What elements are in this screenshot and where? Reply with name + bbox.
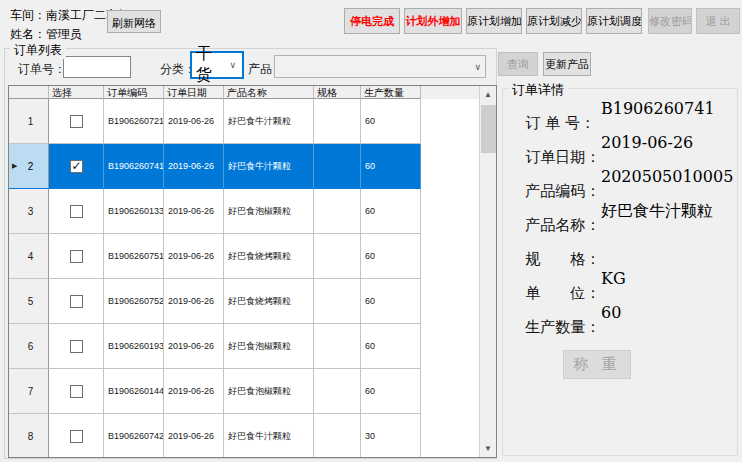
refresh-network-button[interactable]: 刷新网络 bbox=[107, 10, 161, 33]
operator-line: 姓名：管理员 bbox=[10, 26, 82, 43]
weigh-button[interactable]: 称 重 bbox=[563, 350, 631, 379]
row-checkbox[interactable] bbox=[70, 205, 83, 218]
order-no-label: 订单号： bbox=[18, 61, 66, 78]
order-list-group-title: 订单列表 bbox=[10, 42, 66, 59]
planned-increase-button[interactable]: 原计划增加 bbox=[466, 8, 522, 34]
detail-field-label: 订 单 号： bbox=[525, 114, 595, 132]
cell-code: B1906260144 bbox=[104, 369, 164, 414]
cell-date: 2019-06-26 bbox=[164, 144, 224, 189]
order-detail-group-title: 订单详情 bbox=[508, 81, 568, 99]
cell-spec bbox=[314, 369, 361, 414]
change-password-button[interactable]: 修改密码 bbox=[648, 8, 692, 34]
cell-product: 好巴食泡椒颗粒 bbox=[224, 324, 314, 369]
row-number: 5 bbox=[28, 296, 34, 307]
cell-product: 好巴食牛汁颗粒 bbox=[224, 144, 314, 189]
cell-product: 好巴食泡椒颗粒 bbox=[224, 189, 314, 234]
category-select[interactable]: 干货 ∨ bbox=[190, 51, 244, 79]
cell-spec bbox=[314, 324, 361, 369]
query-button[interactable]: 查询 bbox=[498, 52, 538, 76]
cell-code: B1906260751 bbox=[104, 234, 164, 279]
row-checkbox[interactable] bbox=[70, 430, 83, 443]
cell-product: 好巴食牛汁颗粒 bbox=[224, 414, 314, 458]
order-table-header: 选择 订单编码 订单日期 产品名称 规格 生产数量 bbox=[9, 86, 496, 99]
exit-button[interactable]: 退 出 bbox=[696, 8, 740, 34]
table-row[interactable]: ▶ 7 B1906260144 2019-06-26 好巴食泡椒颗粒 60 bbox=[9, 369, 496, 414]
cell-code: B1906260193 bbox=[104, 324, 164, 369]
cell-code: B1906260742 bbox=[104, 414, 164, 458]
chevron-down-icon: ∨ bbox=[474, 62, 485, 72]
cell-product: 好巴食牛汁颗粒 bbox=[224, 99, 314, 144]
table-row[interactable]: ▶ 8 B1906260742 2019-06-26 好巴食牛汁颗粒 30 bbox=[9, 414, 496, 458]
cell-spec bbox=[314, 414, 361, 458]
table-row[interactable]: ▶ 4 B1906260751 2019-06-26 好巴食烧烤颗粒 60 bbox=[9, 234, 496, 279]
detail-field-value: 好巴食牛汁颗粒 bbox=[601, 201, 713, 222]
detail-field-value: 2020505010005 bbox=[601, 167, 733, 186]
detail-field-label: 产品名称： bbox=[525, 216, 600, 234]
detail-field-label: 规 格： bbox=[525, 250, 600, 268]
row-checkbox[interactable] bbox=[70, 160, 83, 173]
row-number: 4 bbox=[28, 251, 34, 262]
cell-qty: 60 bbox=[361, 324, 421, 369]
header-spec[interactable]: 规格 bbox=[314, 86, 361, 99]
planned-decrease-button[interactable]: 原计划减少 bbox=[526, 8, 582, 34]
detail-field-label: 生产数量： bbox=[525, 318, 600, 336]
row-number: 2 bbox=[28, 161, 34, 172]
cell-spec bbox=[314, 234, 361, 279]
planned-schedule-button[interactable]: 原计划调度 bbox=[586, 8, 642, 34]
header-date[interactable]: 订单日期 bbox=[164, 86, 224, 99]
power-outage-complete-button[interactable]: 停电完成 bbox=[344, 8, 400, 34]
order-table-body: ▶ 1 B1906260721 2019-06-26 好巴食牛汁颗粒 60 ▶ … bbox=[9, 99, 496, 458]
table-row[interactable]: ▶ 5 B1906260752 2019-06-26 好巴食烧烤颗粒 60 bbox=[9, 279, 496, 324]
cell-spec bbox=[314, 99, 361, 144]
operator-label: 姓名： bbox=[10, 27, 46, 41]
current-row-arrow-icon: ▶ bbox=[12, 162, 17, 170]
cell-qty: 60 bbox=[361, 189, 421, 234]
row-checkbox[interactable] bbox=[70, 340, 83, 353]
table-row[interactable]: ▶ 1 B1906260721 2019-06-26 好巴食牛汁颗粒 60 bbox=[9, 99, 496, 144]
scrollbar-thumb[interactable] bbox=[481, 105, 496, 153]
cell-date: 2019-06-26 bbox=[164, 414, 224, 458]
cell-date: 2019-06-26 bbox=[164, 324, 224, 369]
order-table: 选择 订单编码 订单日期 产品名称 规格 生产数量 ▶ 1 B190626072… bbox=[8, 85, 497, 458]
cell-code: B1906260133 bbox=[104, 189, 164, 234]
row-number: 3 bbox=[28, 206, 34, 217]
table-row[interactable]: ▶ 2 B1906260741 2019-06-26 好巴食牛汁颗粒 60 bbox=[9, 144, 496, 189]
cell-code: B1906260752 bbox=[104, 279, 164, 324]
category-value: 干货 bbox=[196, 44, 229, 86]
header-code[interactable]: 订单编码 bbox=[104, 86, 164, 99]
cell-qty: 60 bbox=[361, 279, 421, 324]
order-no-input[interactable] bbox=[63, 56, 131, 78]
table-row[interactable]: ▶ 3 B1906260133 2019-06-26 好巴食泡椒颗粒 60 bbox=[9, 189, 496, 234]
cell-qty: 30 bbox=[361, 414, 421, 458]
unplanned-increase-button[interactable]: 计划外增加 bbox=[404, 8, 462, 34]
row-checkbox[interactable] bbox=[70, 115, 83, 128]
scroll-up-icon[interactable]: ▲ bbox=[480, 86, 496, 103]
update-product-button[interactable]: 更新产品 bbox=[543, 52, 591, 76]
cell-qty: 60 bbox=[361, 234, 421, 279]
cell-qty: 60 bbox=[361, 144, 421, 189]
detail-field-label: 产品编码： bbox=[525, 182, 600, 200]
row-number: 1 bbox=[28, 116, 34, 127]
header-product[interactable]: 产品名称 bbox=[224, 86, 314, 99]
header-select[interactable]: 选择 bbox=[49, 86, 104, 99]
cell-product: 好巴食泡椒颗粒 bbox=[224, 369, 314, 414]
table-row[interactable]: ▶ 6 B1906260193 2019-06-26 好巴食泡椒颗粒 60 bbox=[9, 324, 496, 369]
cell-date: 2019-06-26 bbox=[164, 189, 224, 234]
cell-qty: 60 bbox=[361, 369, 421, 414]
product-select[interactable]: ∨ bbox=[274, 55, 486, 78]
cell-spec bbox=[314, 144, 361, 189]
row-checkbox[interactable] bbox=[70, 250, 83, 263]
scroll-down-icon[interactable]: ▼ bbox=[480, 440, 496, 457]
row-number: 7 bbox=[28, 386, 34, 397]
row-checkbox[interactable] bbox=[70, 385, 83, 398]
cell-product: 好巴食烧烤颗粒 bbox=[224, 234, 314, 279]
vertical-scrollbar[interactable]: ▲ ▼ bbox=[479, 86, 496, 457]
header-qty[interactable]: 生产数量 bbox=[361, 86, 421, 99]
cell-code: B1906260721 bbox=[104, 99, 164, 144]
header-rownum bbox=[9, 86, 49, 99]
cell-date: 2019-06-26 bbox=[164, 99, 224, 144]
row-number: 6 bbox=[28, 341, 34, 352]
cell-date: 2019-06-26 bbox=[164, 369, 224, 414]
detail-field-value: B1906260741 bbox=[601, 99, 715, 118]
row-checkbox[interactable] bbox=[70, 295, 83, 308]
